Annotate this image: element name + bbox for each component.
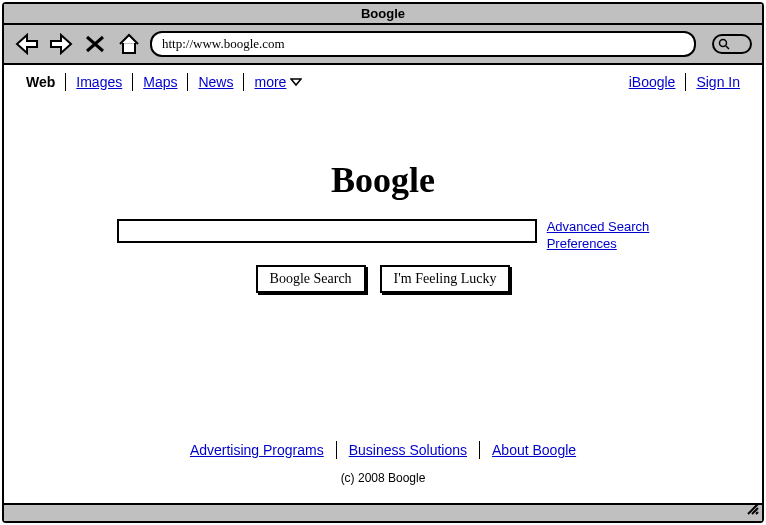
search-input[interactable]: [117, 219, 537, 243]
browser-toolbar: [4, 25, 762, 65]
window-title: Boogle: [4, 4, 762, 25]
lucky-button[interactable]: I'm Feeling Lucky: [380, 265, 511, 293]
browser-window: Boogle Web Images Maps News more: [2, 2, 764, 523]
back-icon[interactable]: [14, 32, 40, 56]
chevron-down-icon: [290, 74, 302, 90]
search-row: Advanced Search Preferences: [117, 219, 650, 251]
link-advertising[interactable]: Advertising Programs: [190, 442, 324, 458]
link-advanced-search[interactable]: Advanced Search: [547, 219, 650, 234]
logo: Boogle: [331, 159, 435, 201]
divider: [336, 441, 337, 459]
copyright: (c) 2008 Boogle: [341, 471, 426, 485]
nav-tabs: Web Images Maps News more iBoogle Sign I…: [4, 65, 762, 99]
url-input[interactable]: [150, 31, 696, 57]
svg-line-1: [726, 46, 729, 49]
button-row: Boogle Search I'm Feeling Lucky: [256, 265, 511, 293]
search-side-links: Advanced Search Preferences: [547, 219, 650, 251]
link-business[interactable]: Business Solutions: [349, 442, 467, 458]
forward-icon[interactable]: [48, 32, 74, 56]
status-bar: [4, 503, 762, 521]
link-preferences[interactable]: Preferences: [547, 236, 650, 251]
tab-more[interactable]: more: [244, 74, 312, 90]
link-signin[interactable]: Sign In: [686, 74, 750, 90]
resize-grip-icon[interactable]: [746, 502, 760, 520]
tab-news[interactable]: News: [188, 74, 243, 90]
search-button[interactable]: Boogle Search: [256, 265, 366, 293]
page-content: Boogle Advanced Search Preferences Boogl…: [4, 99, 762, 503]
footer-links: Advertising Programs Business Solutions …: [190, 441, 576, 459]
tab-web[interactable]: Web: [16, 74, 65, 90]
link-about[interactable]: About Boogle: [492, 442, 576, 458]
link-iboogle[interactable]: iBoogle: [619, 74, 686, 90]
home-icon[interactable]: [116, 32, 142, 56]
svg-point-0: [720, 40, 727, 47]
stop-icon[interactable]: [82, 32, 108, 56]
search-icon[interactable]: [712, 34, 752, 54]
divider: [479, 441, 480, 459]
tab-images[interactable]: Images: [66, 74, 132, 90]
tab-maps[interactable]: Maps: [133, 74, 187, 90]
